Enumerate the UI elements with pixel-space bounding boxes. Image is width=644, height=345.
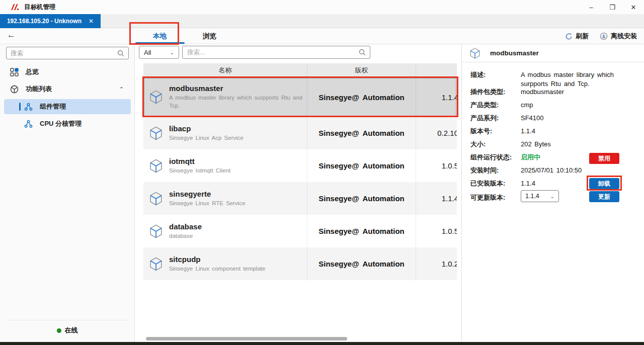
table-row[interactable]: sinsegyerte Sinsegye Linux RTE Service S… bbox=[143, 182, 457, 215]
close-button[interactable]: ✕ bbox=[623, 0, 644, 14]
sidebar-search[interactable] bbox=[6, 47, 129, 59]
field-label: 插件包类型: bbox=[470, 88, 521, 97]
vendor-name: Sinsegye@ Automation bbox=[318, 93, 404, 102]
connection-tab[interactable]: 192.168.105.20 - Unknown ✕ bbox=[0, 14, 101, 28]
table-row[interactable]: iotmqtt Sinsegye Iotmqtt Client Sinsegye… bbox=[143, 149, 457, 182]
horizontal-scrollbar[interactable] bbox=[146, 337, 347, 340]
package-description: A modbus master library which surpports … bbox=[169, 94, 307, 110]
minimize-button[interactable]: – bbox=[581, 0, 602, 14]
field-label: 描述: bbox=[470, 70, 521, 88]
table-row[interactable]: database database Sinsegye@ Automation 1… bbox=[143, 215, 457, 247]
back-arrow-icon[interactable]: ← bbox=[7, 30, 16, 40]
package-table: 名称 版权 modbusmaster A modbus master libra… bbox=[143, 63, 457, 280]
vendor-name: Sinsegye@ Automation bbox=[318, 129, 404, 137]
field-product-series: 产品系列: SF4100 bbox=[462, 114, 644, 123]
bottom-strip bbox=[0, 342, 644, 345]
table-row[interactable]: libacp Sinsegye Linux Acp Service Sinseg… bbox=[143, 117, 457, 149]
cell-vendor: Sinsegye@ Automation bbox=[307, 77, 416, 117]
package-cube-icon bbox=[148, 90, 164, 105]
vendor-name: Sinsegye@ Automation bbox=[318, 227, 404, 235]
field-value: modbusmaster bbox=[521, 88, 644, 97]
search-icon bbox=[359, 49, 366, 56]
cell-vendor: Sinsegye@ Automation bbox=[307, 182, 416, 215]
package-description: Sinsegye Linux RTE Service bbox=[169, 199, 246, 208]
field-label: 版本号: bbox=[470, 127, 521, 136]
sidebar-item-component-mgmt[interactable]: 组件管理 bbox=[4, 99, 131, 114]
vendor-name: Sinsegye@ Automation bbox=[318, 260, 404, 268]
search-icon bbox=[117, 50, 124, 57]
app-title: 目标机管理 bbox=[24, 3, 56, 12]
package-name: sinsegyerte bbox=[169, 190, 246, 199]
package-search-input[interactable] bbox=[183, 49, 359, 56]
toolbar: ← 本地 浏览 刷新 离线安装 bbox=[0, 28, 644, 44]
connection-tab-close-icon[interactable]: ✕ bbox=[89, 18, 94, 25]
package-cube-icon bbox=[469, 47, 481, 59]
update-button[interactable]: 更新 bbox=[589, 191, 619, 202]
cell-vendor: Sinsegye@ Automation bbox=[307, 149, 416, 182]
disable-button[interactable]: 禁用 bbox=[589, 153, 619, 164]
filter-dropdown[interactable]: All ⌄ bbox=[139, 46, 179, 59]
package-search[interactable] bbox=[182, 46, 370, 59]
package-cube-icon bbox=[148, 256, 164, 272]
sidebar-item-cpu-core-mgmt[interactable]: CPU 分核管理 bbox=[4, 117, 131, 131]
offline-install-button[interactable]: 离线安装 bbox=[600, 32, 637, 41]
field-product-type: 产品类型: cmp bbox=[462, 101, 644, 110]
field-install-time: 安装时间: 2025/07/01 10:10:50 bbox=[462, 166, 644, 175]
cell-version: 0.2.10 bbox=[416, 117, 457, 149]
chevron-up-icon[interactable]: ⌃ bbox=[119, 86, 124, 93]
package-version: 1.1.4 bbox=[442, 194, 457, 203]
package-description: Sinsegye Iotmqtt Client bbox=[169, 166, 230, 175]
restore-button[interactable]: ❐ bbox=[602, 0, 623, 14]
field-value: 1.1.4 bbox=[521, 179, 644, 188]
update-version-dropdown[interactable]: 1.1.4 ⌄ bbox=[521, 190, 559, 202]
offline-install-label: 离线安装 bbox=[611, 32, 637, 41]
sidebar-item-label: 组件管理 bbox=[40, 102, 66, 111]
field-label: 产品类型: bbox=[470, 101, 521, 110]
field-size: 大小: 202 Bytes bbox=[462, 140, 644, 149]
package-cube-icon bbox=[148, 126, 164, 141]
cell-vendor: Sinsegye@ Automation bbox=[307, 215, 416, 247]
field-plugin-type: 插件包类型: modbusmaster bbox=[462, 88, 644, 97]
component-molecule-icon bbox=[24, 103, 33, 111]
cell-version: 1.0.2 bbox=[416, 247, 457, 280]
cell-version: 1.1.4 bbox=[416, 77, 457, 117]
column-header-vendor[interactable]: 版权 bbox=[307, 63, 416, 77]
update-version-value: 1.1.4 bbox=[525, 193, 539, 200]
cell-name: modbusmaster A modbus master library whi… bbox=[143, 77, 307, 117]
table-row[interactable]: modbusmaster A modbus master library whi… bbox=[143, 77, 457, 117]
cell-version: 1.0.5 bbox=[416, 215, 457, 247]
package-version: 1.0.5 bbox=[442, 227, 457, 235]
package-cube-icon bbox=[148, 158, 164, 174]
field-value: SF4100 bbox=[521, 114, 644, 123]
field-description: 描述: A modbus master library which surppo… bbox=[462, 70, 644, 88]
overview-grid-icon bbox=[10, 68, 19, 76]
cell-version: 1.0.5 bbox=[416, 149, 457, 182]
cell-vendor: Sinsegye@ Automation bbox=[307, 117, 416, 149]
sidebar-item-feature-list[interactable]: 功能列表 ⌃ bbox=[4, 82, 131, 96]
sidebar-search-input[interactable] bbox=[7, 50, 117, 57]
tab-browse[interactable]: 浏览 bbox=[185, 28, 234, 44]
refresh-button[interactable]: 刷新 bbox=[565, 32, 589, 41]
toolbar-actions: 刷新 离线安装 bbox=[565, 28, 637, 44]
detail-panel: modbusmaster 描述: A modbus master library… bbox=[462, 44, 644, 342]
column-header-name[interactable]: 名称 bbox=[143, 63, 307, 77]
download-icon bbox=[600, 32, 608, 40]
package-name: libacp bbox=[169, 124, 244, 134]
sidebar-item-label: 功能列表 bbox=[26, 84, 52, 94]
sidebar-item-overview[interactable]: 总览 bbox=[4, 65, 131, 79]
window-controls: – ❐ ✕ bbox=[581, 0, 644, 14]
detail-header: modbusmaster bbox=[462, 44, 644, 62]
cell-name: sinsegyerte Sinsegye Linux RTE Service bbox=[143, 182, 307, 215]
column-header-version[interactable] bbox=[416, 63, 457, 77]
filter-dropdown-value: All bbox=[144, 49, 151, 56]
status-dot-icon bbox=[57, 328, 61, 333]
uninstall-button[interactable]: 卸载 bbox=[589, 178, 619, 189]
package-cube-icon bbox=[148, 224, 164, 239]
field-value: 202 Bytes bbox=[521, 140, 644, 149]
title-bar: 目标机管理 – ❐ ✕ bbox=[0, 0, 644, 14]
package-name: modbusmaster bbox=[169, 84, 307, 94]
chevron-down-icon: ⌄ bbox=[170, 50, 174, 55]
table-row[interactable]: sitcpudp Sinsegye Linux component templa… bbox=[143, 247, 457, 280]
status-label: 在线 bbox=[65, 326, 78, 335]
cell-name: iotmqtt Sinsegye Iotmqtt Client bbox=[143, 149, 307, 182]
